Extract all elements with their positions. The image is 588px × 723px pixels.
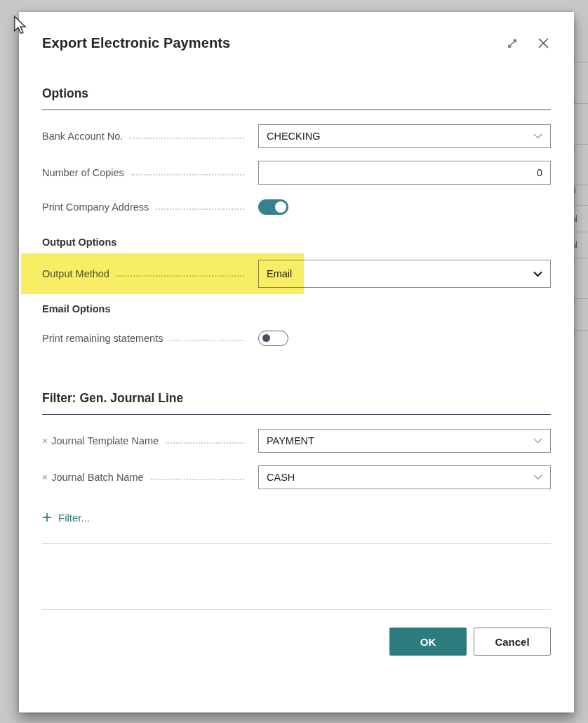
expand-dialog-icon[interactable] [505,36,520,51]
chevron-down-icon[interactable] [533,133,542,139]
plus-icon: + [42,510,52,524]
export-electronic-payments-dialog: Export Electronic Payments Options Bank … [19,12,574,712]
print-remaining-label-col: Print remaining statements [42,333,258,344]
close-icon[interactable] [535,36,551,51]
cancel-button[interactable]: Cancel [474,628,551,656]
journal-batch-row: × Journal Batch Name CASH [42,465,551,489]
dialog-title: Export Electronic Payments [42,35,505,51]
bg-row-line [574,144,588,145]
journal-batch-label: Journal Batch Name [51,472,143,483]
bg-row-line [574,298,588,299]
journal-batch-label-col: × Journal Batch Name [42,472,258,483]
print-company-address-label: Print Company Address [42,201,149,213]
mouse-cursor [13,15,27,37]
output-method-value: Email [267,268,533,279]
divider [42,609,551,610]
dotted-leader [116,275,244,277]
copies-input[interactable]: 0 [258,161,551,185]
journal-template-combobox[interactable]: PAYMENT [258,429,551,453]
dotted-leader [170,340,244,341]
output-method-label: Output Method [42,268,109,279]
dotted-leader [156,208,244,210]
output-options-subheading: Output Options [42,237,551,248]
toggle-knob [275,201,286,213]
bg-row-line [574,205,588,206]
print-company-address-label-col: Print Company Address [42,201,258,213]
dotted-leader [131,174,244,175]
bg-row-line [574,62,588,62]
divider [42,543,551,544]
bg-row-line [574,103,588,104]
remove-filter-icon[interactable]: × [42,472,48,483]
remove-filter-icon[interactable]: × [42,435,48,446]
print-company-address-toggle[interactable] [258,199,288,215]
copies-label: Number of Copies [42,167,124,178]
bank-account-row: Bank Account No. CHECKING [42,124,551,148]
copies-value: 0 [537,167,542,178]
dialog-footer: OK Cancel [42,628,551,656]
toggle-knob [262,334,270,342]
email-options-subheading: Email Options [42,303,551,314]
bg-row-line [574,185,588,185]
chevron-down-icon[interactable] [533,475,542,480]
screen: { "overlay": { "background_letters": { "… [0,0,588,723]
add-filter-label: Filter... [58,512,90,524]
add-filter-link[interactable]: + Filter... [42,510,119,524]
chevron-down-icon[interactable] [533,271,542,277]
dotted-leader [151,479,244,480]
dialog-header: Export Electronic Payments [42,35,551,51]
journal-template-label: Journal Template Name [51,435,159,446]
bank-account-label: Bank Account No. [42,131,123,142]
journal-template-value: PAYMENT [267,435,533,446]
number-of-copies-row: Number of Copies 0 [42,161,551,185]
filter-section-heading: Filter: Gen. Journal Line [42,391,551,415]
output-method-label-col: Output Method [42,268,258,279]
bank-account-combobox[interactable]: CHECKING [258,124,551,148]
print-company-address-row: Print Company Address [42,199,551,215]
bank-account-value: CHECKING [267,131,533,142]
journal-template-label-col: × Journal Template Name [42,435,258,446]
output-method-select[interactable]: Email [258,260,551,288]
copies-label-col: Number of Copies [42,167,258,178]
bg-row-line [574,232,588,232]
bank-account-label-col: Bank Account No. [42,131,258,142]
journal-template-row: × Journal Template Name PAYMENT [42,429,551,453]
options-section-heading: Options [42,86,551,110]
journal-batch-combobox[interactable]: CASH [258,465,551,489]
ok-button[interactable]: OK [389,628,467,656]
bg-row-line [574,258,588,258]
print-remaining-row: Print remaining statements [42,330,551,347]
dotted-leader [130,138,244,139]
journal-batch-value: CASH [267,472,533,483]
chevron-down-icon[interactable] [533,438,542,444]
bg-row-line [574,330,588,331]
print-remaining-toggle[interactable] [258,331,288,346]
print-remaining-label: Print remaining statements [42,333,163,344]
output-method-row: Output Method Email [42,260,551,288]
dotted-leader [166,442,244,444]
